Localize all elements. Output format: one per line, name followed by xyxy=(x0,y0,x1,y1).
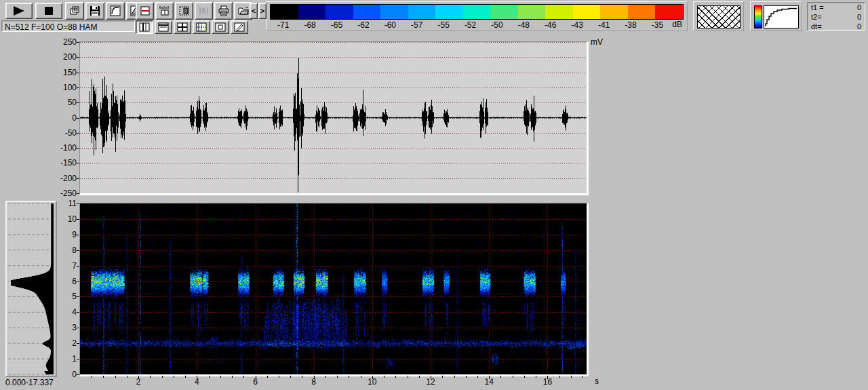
time-x-minor-tick xyxy=(372,376,373,378)
waveform-y-tick-label: -250 xyxy=(60,189,77,198)
colorbar-tick-label: -41 xyxy=(591,20,617,30)
time-x-minor-tick xyxy=(454,376,455,378)
time-x-minor-tick xyxy=(256,376,256,378)
marker-line-button[interactable] xyxy=(136,2,154,20)
spectrogram-y-tick xyxy=(77,250,79,251)
fft-settings-field: N=512 F=100 O=88 HAM xyxy=(1,20,135,32)
cursor-readout-panel: t1 =0 t2=0 dt=0 xyxy=(807,2,865,31)
colorbar-labels: -71-68-65-62-60-57-55-52-50-48-46-43-41-… xyxy=(270,20,671,30)
waveform-y-tick-label: -50 xyxy=(65,128,77,138)
time-x-minor-tick xyxy=(408,376,408,378)
mean-spectrum-panel[interactable] xyxy=(5,201,57,377)
time-x-minor-tick xyxy=(547,376,548,378)
stop-button[interactable] xyxy=(35,3,62,19)
colorbar-segment xyxy=(326,5,353,19)
waveform-unit-label: mV xyxy=(591,37,603,47)
view-horizontal-split-button[interactable] xyxy=(155,20,172,34)
colorbar-segment xyxy=(271,5,298,19)
waveform-y-tick-label: 250 xyxy=(63,37,77,47)
spectrogram-y-tick xyxy=(77,219,79,220)
print-button[interactable] xyxy=(214,2,233,20)
amplitude-mapping-panel[interactable] xyxy=(750,1,802,31)
ruler-button[interactable] xyxy=(155,2,174,20)
spectrogram-y-tick-label: 7 xyxy=(72,261,77,271)
spectrogram-y-tick-label: 10 xyxy=(68,214,77,224)
spectrogram-y-tick-label: 4 xyxy=(72,307,77,317)
colorbar-segment xyxy=(435,5,463,19)
svg-text:S: S xyxy=(201,6,206,16)
next-arrow-button[interactable]: > xyxy=(258,3,267,19)
spectrogram-y-tick-label: 8 xyxy=(72,246,77,255)
view-edit-button[interactable] xyxy=(231,20,248,34)
colorbar-tick-label: -43 xyxy=(564,20,590,30)
waveform-y-tick xyxy=(77,148,79,149)
colorbar-segment xyxy=(573,5,601,19)
waveform-plot[interactable] xyxy=(79,41,589,195)
waveform-canvas[interactable] xyxy=(80,42,587,193)
colorbar-segment xyxy=(600,5,628,19)
save-button[interactable] xyxy=(85,2,104,20)
spectrogram-y-tick xyxy=(77,374,79,375)
colorbar-tick-label: -57 xyxy=(403,20,430,30)
spectrogram-y-tick xyxy=(77,312,79,313)
copy-button[interactable] xyxy=(65,2,84,20)
view-quad-cursor-button[interactable] xyxy=(193,20,210,34)
time-x-minor-tick xyxy=(209,376,210,378)
waveform-y-tick xyxy=(77,118,79,119)
colorbar-tick-label: -50 xyxy=(484,20,510,30)
prev-arrow-button[interactable]: < xyxy=(250,3,258,19)
colorbar-tick-label: -38 xyxy=(617,20,644,30)
colorbar-tick-label: -35 xyxy=(644,20,671,30)
view-quad-button[interactable] xyxy=(174,20,191,34)
time-x-minor-tick xyxy=(571,376,572,378)
colorbar-tick-label: -55 xyxy=(430,20,456,30)
spectrogram-canvas[interactable] xyxy=(80,203,587,374)
time-x-minor-tick xyxy=(583,376,583,378)
time-x-minor-tick xyxy=(92,376,92,378)
waveform-y-tick xyxy=(77,178,79,179)
colorbar-tick-label: -46 xyxy=(537,20,564,30)
colorbar-segment xyxy=(353,5,381,19)
texture-preview-panel[interactable] xyxy=(693,1,744,31)
spectrogram-plot[interactable] xyxy=(79,203,589,376)
time-x-minor-tick xyxy=(326,376,326,378)
time-unit-label: s xyxy=(595,376,599,386)
time-x-minor-tick xyxy=(431,376,431,378)
calibration-curve-button[interactable] xyxy=(106,2,125,20)
view-inset-button[interactable] xyxy=(212,20,229,34)
selection-fill-button[interactable] xyxy=(175,2,193,20)
waveform-y-tick xyxy=(77,163,79,163)
colorbar-tick-label: -71 xyxy=(270,20,296,30)
time-x-minor-tick xyxy=(138,376,139,378)
time-x-minor-tick xyxy=(559,376,560,378)
time-x-minor-tick xyxy=(279,376,279,378)
colorbar-panel: -71-68-65-62-60-57-55-52-50-48-46-43-41-… xyxy=(266,1,688,31)
spectrogram-y-tick xyxy=(77,328,79,328)
colorbar-tick-label: -48 xyxy=(511,20,537,30)
time-x-minor-tick xyxy=(395,376,396,378)
time-x-minor-tick xyxy=(337,376,338,378)
time-x-minor-tick xyxy=(361,376,361,378)
time-x-minor-tick xyxy=(103,376,104,378)
spectrogram-y-tick-label: 6 xyxy=(72,277,77,286)
time-x-minor-tick xyxy=(162,376,163,378)
s-tool-button[interactable]: S xyxy=(195,2,213,20)
dt-value: 0 xyxy=(857,22,861,31)
time-x-minor-tick xyxy=(115,376,116,378)
spectrogram-y-tick xyxy=(77,343,79,344)
time-x-minor-tick xyxy=(513,376,513,378)
waveform-y-tick-label: -200 xyxy=(60,174,77,183)
time-x-minor-tick xyxy=(150,376,151,378)
colorbar-gradient[interactable] xyxy=(270,4,684,20)
colorbar-segment xyxy=(463,5,491,19)
play-button[interactable] xyxy=(5,3,33,19)
colorbar-segment xyxy=(628,5,656,19)
spectrogram-y-tick xyxy=(77,296,79,297)
waveform-y-tick xyxy=(77,42,79,43)
waveform-y-tick-label: 200 xyxy=(63,52,77,62)
waveform-y-tick xyxy=(77,57,79,58)
spectrogram-y-tick-label: 0 xyxy=(72,370,77,379)
view-vertical-split-button[interactable] xyxy=(136,20,153,34)
time-x-minor-tick xyxy=(232,376,233,378)
time-x-minor-tick xyxy=(477,376,478,378)
